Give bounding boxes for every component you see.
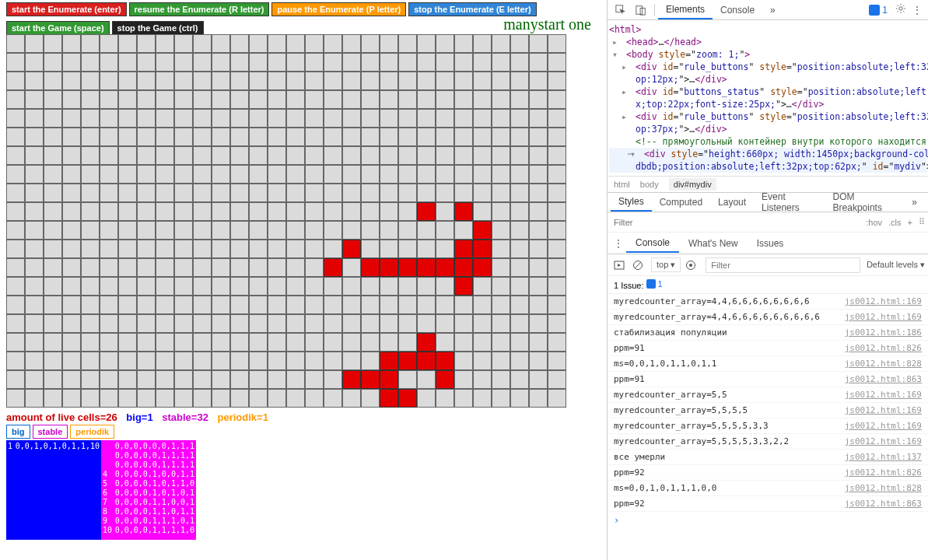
grid-cell[interactable] <box>212 296 230 314</box>
grid-cell[interactable] <box>25 128 44 146</box>
grid-cell[interactable] <box>510 109 529 128</box>
styles-more-icon[interactable]: ⠿ <box>919 217 925 227</box>
grid-cell[interactable] <box>510 184 529 202</box>
grid-cell[interactable] <box>529 314 548 333</box>
grid-cell[interactable] <box>529 72 548 90</box>
grid-cell[interactable] <box>342 333 361 352</box>
cls-toggle[interactable]: .cls <box>888 218 902 227</box>
grid-cell[interactable] <box>529 146 548 165</box>
grid-cell[interactable] <box>156 333 174 352</box>
grid-cell[interactable] <box>249 109 268 128</box>
log-source-link[interactable]: js0012.html:828 <box>845 483 922 493</box>
grid-cell[interactable] <box>62 34 81 53</box>
grid-cell[interactable] <box>230 389 249 408</box>
grid-cell[interactable] <box>100 109 118 128</box>
grid-cell[interactable] <box>62 53 81 72</box>
grid-cell[interactable] <box>6 240 25 258</box>
grid-cell[interactable] <box>286 296 305 314</box>
grid-cell[interactable] <box>249 277 268 296</box>
grid-cell[interactable] <box>492 370 510 389</box>
styles-filter-input[interactable] <box>608 215 863 230</box>
grid-cell[interactable] <box>492 72 510 90</box>
grid-cell[interactable] <box>454 165 473 184</box>
grid-cell[interactable] <box>62 146 81 165</box>
grid-cell[interactable] <box>342 34 361 53</box>
grid-cell[interactable] <box>100 258 118 277</box>
grid-cell[interactable] <box>548 277 566 296</box>
grid-cell[interactable] <box>361 370 380 389</box>
grid-cell[interactable] <box>44 258 62 277</box>
grid-cell[interactable] <box>473 184 492 202</box>
grid-cell[interactable] <box>156 370 174 389</box>
grid-cell[interactable] <box>62 296 81 314</box>
grid-cell[interactable] <box>417 258 436 277</box>
grid-cell[interactable] <box>380 165 398 184</box>
grid-cell[interactable] <box>454 240 473 258</box>
grid-cell[interactable] <box>380 258 398 277</box>
grid-cell[interactable] <box>25 109 44 128</box>
grid-cell[interactable] <box>398 370 417 389</box>
start-enumerate-button[interactable]: start the Enumerate (enter) <box>6 2 127 16</box>
grid-cell[interactable] <box>529 109 548 128</box>
grid-cell[interactable] <box>62 258 81 277</box>
grid-cell[interactable] <box>193 90 212 109</box>
grid-cell[interactable] <box>81 258 100 277</box>
grid-cell[interactable] <box>268 184 286 202</box>
grid-cell[interactable] <box>529 53 548 72</box>
grid-cell[interactable] <box>286 72 305 90</box>
grid-cell[interactable] <box>286 34 305 53</box>
grid-cell[interactable] <box>249 296 268 314</box>
grid-cell[interactable] <box>212 128 230 146</box>
grid-cell[interactable] <box>473 146 492 165</box>
grid-cell[interactable] <box>286 333 305 352</box>
grid-cell[interactable] <box>398 258 417 277</box>
grid-cell[interactable] <box>156 352 174 370</box>
context-select[interactable]: top ▾ <box>651 257 681 272</box>
grid-cell[interactable] <box>380 184 398 202</box>
grid-cell[interactable] <box>212 389 230 408</box>
grid-cell[interactable] <box>230 184 249 202</box>
grid-cell[interactable] <box>510 389 529 408</box>
grid-cell[interactable] <box>324 333 342 352</box>
grid-cell[interactable] <box>137 221 156 240</box>
grid-cell[interactable] <box>137 202 156 221</box>
grid-cell[interactable] <box>436 34 454 53</box>
crumb-html[interactable]: html <box>614 180 630 189</box>
grid-cell[interactable] <box>380 370 398 389</box>
grid-cell[interactable] <box>529 34 548 53</box>
grid-cell[interactable] <box>510 333 529 352</box>
grid-cell[interactable] <box>548 128 566 146</box>
grid-cell[interactable] <box>492 352 510 370</box>
grid-cell[interactable] <box>25 72 44 90</box>
grid-cell[interactable] <box>510 221 529 240</box>
grid-cell[interactable] <box>174 165 193 184</box>
grid-cell[interactable] <box>492 296 510 314</box>
grid-cell[interactable] <box>324 240 342 258</box>
grid-cell[interactable] <box>174 202 193 221</box>
grid-cell[interactable] <box>249 128 268 146</box>
grid-cell[interactable] <box>212 72 230 90</box>
grid-cell[interactable] <box>156 258 174 277</box>
console-sidebar-icon[interactable] <box>611 257 628 274</box>
grid-cell[interactable] <box>286 352 305 370</box>
grid-cell[interactable] <box>268 296 286 314</box>
grid-cell[interactable] <box>398 165 417 184</box>
grid-cell[interactable] <box>398 277 417 296</box>
grid-cell[interactable] <box>193 389 212 408</box>
grid-cell[interactable] <box>156 165 174 184</box>
grid-cell[interactable] <box>361 221 380 240</box>
grid-cell[interactable] <box>324 146 342 165</box>
grid-cell[interactable] <box>174 184 193 202</box>
grid-cell[interactable] <box>510 90 529 109</box>
grid-cell[interactable] <box>305 221 324 240</box>
grid-cell[interactable] <box>212 53 230 72</box>
grid-cell[interactable] <box>361 389 380 408</box>
grid-cell[interactable] <box>100 314 118 333</box>
grid-cell[interactable] <box>156 389 174 408</box>
grid-cell[interactable] <box>436 184 454 202</box>
grid-cell[interactable] <box>529 277 548 296</box>
grid-cell[interactable] <box>417 389 436 408</box>
grid-cell[interactable] <box>212 258 230 277</box>
grid-cell[interactable] <box>286 221 305 240</box>
log-source-link[interactable]: js0012.html:169 <box>845 296 922 306</box>
